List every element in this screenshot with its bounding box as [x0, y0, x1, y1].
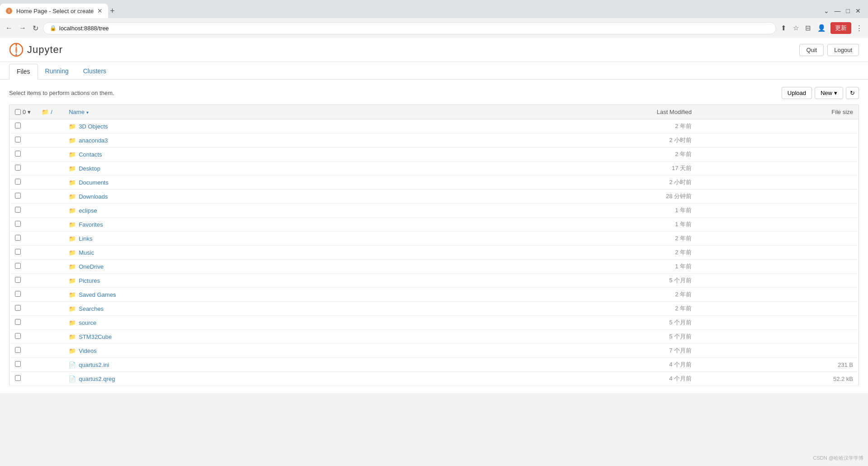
row-name-cell[interactable]: 📁 Music [63, 246, 470, 260]
file-name-link[interactable]: 📁 Links [69, 235, 465, 242]
file-browser-toolbar: Select items to perform actions on them.… [9, 87, 859, 99]
url-bar[interactable]: 🔒 localhost:8888/tree [43, 22, 776, 34]
new-button[interactable]: New ▾ [815, 87, 843, 99]
file-name-link[interactable]: 📁 Documents [69, 179, 465, 186]
row-name-cell[interactable]: 📄 quartus2.qreg [63, 372, 470, 386]
browser-tab[interactable]: Home Page - Select or create ✕ [0, 4, 108, 18]
row-checkbox[interactable] [15, 137, 21, 143]
file-name: Pictures [79, 277, 100, 284]
profile-button[interactable]: 👤 [816, 22, 828, 34]
row-checkbox[interactable] [15, 123, 21, 128]
row-checkbox[interactable] [15, 193, 21, 199]
row-checkbox-cell [9, 358, 37, 372]
close-window-button[interactable]: ✕ [855, 7, 864, 14]
row-checkbox[interactable] [15, 221, 21, 227]
file-name-link[interactable]: 📁 source [69, 319, 465, 326]
row-name-cell[interactable]: 📁 Videos [63, 344, 470, 358]
row-name-cell[interactable]: 📁 Searches [63, 302, 470, 316]
file-name-link[interactable]: 📄 quartus2.ini [69, 361, 465, 368]
tab-running[interactable]: Running [38, 64, 76, 79]
file-name-link[interactable]: 📁 eclipse [69, 207, 465, 214]
row-name-cell[interactable]: 📁 OneDrive [63, 260, 470, 274]
row-name-cell[interactable]: 📁 anaconda3 [63, 133, 470, 147]
tab-files[interactable]: Files [9, 64, 38, 80]
row-modified-cell: 5 个月前 [470, 316, 697, 330]
file-name-link[interactable]: 📁 Downloads [69, 193, 465, 200]
row-checkbox-cell [9, 288, 37, 302]
tab-list-button[interactable]: ⌄ [824, 7, 833, 14]
row-name-cell[interactable]: 📁 Downloads [63, 190, 470, 204]
share-button[interactable]: ⬆ [779, 22, 788, 34]
update-button[interactable]: 更新 [830, 22, 851, 34]
file-name-link[interactable]: 📁 3D Objects [69, 123, 465, 130]
row-name-cell[interactable]: 📁 Documents [63, 176, 470, 190]
row-checkbox[interactable] [15, 179, 21, 185]
new-tab-button[interactable]: + [110, 6, 115, 16]
row-name-cell[interactable]: 📁 Desktop [63, 162, 470, 176]
refresh-files-button[interactable]: ↻ [846, 87, 859, 99]
file-name-link[interactable]: 📁 anaconda3 [69, 137, 465, 144]
file-name-link[interactable]: 📁 Videos [69, 347, 465, 354]
row-checkbox[interactable] [15, 333, 21, 339]
select-all-checkbox[interactable] [15, 109, 21, 115]
folder-icon: 📁 [69, 151, 76, 158]
header-name[interactable]: Name ▾ [63, 105, 470, 119]
file-name-link[interactable]: 📁 OneDrive [69, 263, 465, 270]
quit-button[interactable]: Quit [799, 44, 824, 56]
file-name-link[interactable]: 📁 STM32Cube [69, 333, 465, 340]
table-row: 📁 Favorites 1 年前 [9, 218, 859, 232]
row-name-cell[interactable]: 📁 3D Objects [63, 119, 470, 133]
file-name-link[interactable]: 📁 Desktop [69, 165, 465, 172]
jupyter-body: Jupyter Quit Logout Files Running Cluste… [0, 38, 868, 393]
row-checkbox[interactable] [15, 375, 21, 381]
row-name-cell[interactable]: 📁 STM32Cube [63, 330, 470, 344]
folder-icon: 📁 [69, 277, 76, 284]
file-name-link[interactable]: 📁 Contacts [69, 151, 465, 158]
file-name: Saved Games [79, 291, 116, 298]
row-name-cell[interactable]: 📄 quartus2.ini [63, 358, 470, 372]
row-checkbox[interactable] [15, 361, 21, 367]
row-checkbox[interactable] [15, 249, 21, 255]
row-checkbox[interactable] [15, 319, 21, 325]
logout-button[interactable]: Logout [827, 44, 859, 56]
row-icon-cell [36, 232, 63, 246]
row-checkbox[interactable] [15, 151, 21, 157]
file-name-link[interactable]: 📁 Saved Games [69, 291, 465, 298]
file-name-link[interactable]: 📄 quartus2.qreg [69, 376, 465, 382]
file-name-link[interactable]: 📁 Favorites [69, 221, 465, 228]
row-checkbox[interactable] [15, 277, 21, 283]
row-name-cell[interactable]: 📁 Pictures [63, 274, 470, 288]
row-checkbox[interactable] [15, 291, 21, 297]
file-name-link[interactable]: 📁 Music [69, 249, 465, 256]
maximize-button[interactable]: □ [846, 7, 854, 14]
breadcrumb-path[interactable]: / [51, 109, 52, 115]
row-name-cell[interactable]: 📁 source [63, 316, 470, 330]
bookmark-button[interactable]: ☆ [791, 22, 801, 34]
row-name-cell[interactable]: 📁 Links [63, 232, 470, 246]
refresh-button[interactable]: ↻ [31, 22, 40, 34]
row-name-cell[interactable]: 📁 Contacts [63, 147, 470, 162]
row-checkbox[interactable] [15, 165, 21, 171]
file-name-link[interactable]: 📁 Searches [69, 305, 465, 312]
row-checkbox[interactable] [15, 263, 21, 269]
row-modified-cell: 4 个月前 [470, 358, 697, 372]
dropdown-arrow[interactable]: ▾ [28, 109, 31, 115]
row-checkbox[interactable] [15, 347, 21, 353]
file-name-link[interactable]: 📁 Pictures [69, 277, 465, 284]
sidebar-button[interactable]: ⊟ [803, 22, 813, 34]
file-size-label: File size [831, 109, 853, 115]
forward-button[interactable]: → [17, 22, 28, 34]
upload-button[interactable]: Upload [782, 87, 812, 99]
row-checkbox[interactable] [15, 235, 21, 241]
row-icon-cell [36, 330, 63, 344]
minimize-button[interactable]: — [835, 7, 844, 14]
tab-clusters[interactable]: Clusters [76, 64, 113, 79]
row-name-cell[interactable]: 📁 Favorites [63, 218, 470, 232]
back-button[interactable]: ← [4, 22, 14, 34]
row-checkbox[interactable] [15, 207, 21, 213]
row-name-cell[interactable]: 📁 eclipse [63, 204, 470, 218]
tab-close-button[interactable]: ✕ [97, 7, 103, 14]
row-checkbox[interactable] [15, 305, 21, 311]
menu-button[interactable]: ⋮ [854, 22, 864, 34]
row-name-cell[interactable]: 📁 Saved Games [63, 288, 470, 302]
